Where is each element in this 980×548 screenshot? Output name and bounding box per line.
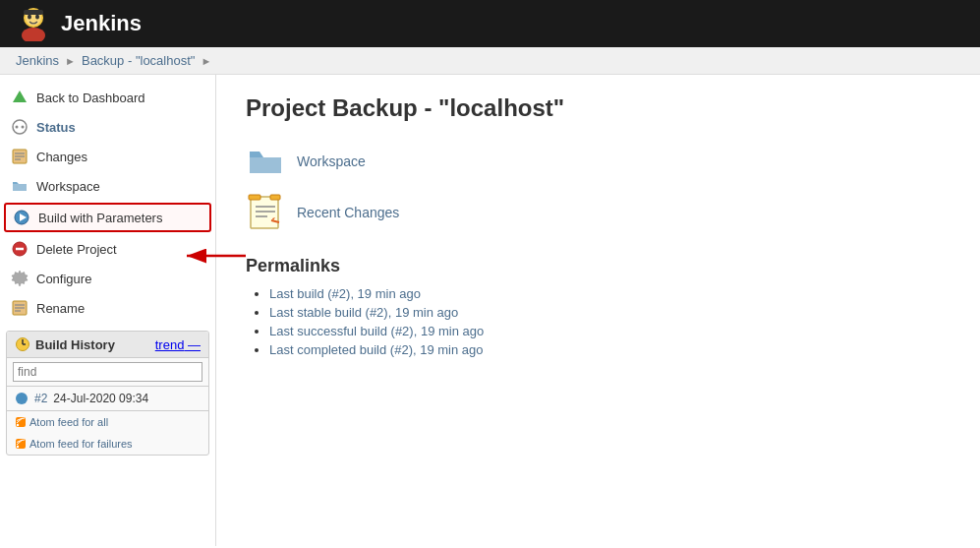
sidebar-item-delete-label: Delete Project	[36, 242, 117, 257]
svg-rect-5	[24, 10, 43, 15]
jenkins-title: Jenkins	[61, 11, 142, 36]
sidebar-item-rename-label: Rename	[36, 301, 85, 316]
sidebar-item-build-with-parameters[interactable]: Build with Parameters	[4, 203, 211, 232]
sidebar-item-status[interactable]: Status	[0, 112, 215, 142]
header: Jenkins	[0, 0, 980, 47]
atom-feed-all-link[interactable]: Atom feed for all	[15, 416, 108, 428]
build-history-label: Build History	[35, 337, 115, 352]
permalinks-section: Permalinks Last build (#2), 19 min ago L…	[246, 256, 951, 357]
breadcrumb: Jenkins ► Backup - "localhost" ►	[0, 47, 980, 75]
sidebar-item-configure-label: Configure	[36, 272, 91, 286]
permalinks-list: Last build (#2), 19 min ago Last stable …	[246, 286, 951, 357]
build-history-trend[interactable]: trend —	[155, 337, 201, 352]
svg-rect-40	[270, 195, 280, 200]
list-item: Last stable build (#2), 19 min ago	[269, 305, 951, 320]
build-status-icon	[15, 392, 29, 405]
sidebar-item-rename[interactable]: Rename	[0, 293, 215, 323]
list-item: Last build (#2), 19 min ago	[269, 286, 951, 301]
atom-icon-all	[15, 416, 27, 428]
breadcrumb-arrow-1: ►	[65, 55, 76, 67]
build-history-search	[7, 358, 208, 387]
sidebar: Back to Dashboard Status Changes Workspa…	[0, 75, 216, 546]
svg-point-8	[16, 126, 19, 129]
build-history-header: Build History trend —	[7, 332, 208, 358]
build-history-item: #2 24-Jul-2020 09:34	[7, 387, 208, 410]
list-item: Last completed build (#2), 19 min ago	[269, 342, 951, 357]
svg-marker-6	[13, 91, 27, 102]
last-completed-build-link[interactable]: Last completed build (#2), 19 min ago	[269, 342, 484, 357]
svg-rect-39	[249, 195, 260, 200]
status-icon	[10, 117, 29, 137]
main-content: Project Backup - "localhost" Workspace	[216, 75, 980, 546]
breadcrumb-jenkins[interactable]: Jenkins	[16, 53, 59, 68]
build-history-title: Build History	[15, 336, 115, 352]
sidebar-item-back-to-dashboard[interactable]: Back to Dashboard	[0, 83, 215, 112]
svg-point-4	[35, 15, 39, 20]
content-items: Workspace Recent Changes	[246, 142, 951, 232]
jenkins-logo: Jenkins	[16, 6, 142, 41]
svg-point-29	[17, 424, 19, 426]
rename-icon	[10, 298, 29, 318]
build-search-input[interactable]	[13, 362, 202, 382]
sidebar-item-delete-project[interactable]: Delete Project	[0, 234, 215, 264]
recent-changes-link[interactable]: Recent Changes	[297, 205, 399, 220]
clock-icon	[15, 336, 30, 352]
butler-icon	[16, 6, 51, 41]
sidebar-item-status-label: Status	[36, 120, 76, 135]
workspace-link[interactable]: Workspace	[297, 153, 366, 169]
sidebar-item-back-label: Back to Dashboard	[36, 91, 145, 105]
svg-point-7	[13, 120, 27, 134]
sidebar-item-changes[interactable]: Changes	[0, 142, 215, 171]
breadcrumb-arrow-2: ►	[201, 55, 211, 67]
svg-rect-35	[251, 197, 278, 228]
svg-rect-14	[13, 184, 27, 191]
last-build-link[interactable]: Last build (#2), 19 min ago	[269, 286, 421, 301]
sidebar-item-build-label: Build with Parameters	[38, 211, 162, 225]
svg-point-3	[28, 15, 31, 20]
trend-link[interactable]: trend —	[155, 337, 201, 352]
list-item: Last successful build (#2), 19 min ago	[269, 324, 951, 338]
svg-rect-34	[250, 157, 281, 173]
build-date: 24-Jul-2020 09:34	[53, 392, 148, 405]
workspace-item: Workspace	[246, 142, 951, 181]
page-title: Project Backup - "localhost"	[246, 94, 951, 122]
sidebar-item-workspace[interactable]: Workspace	[0, 171, 215, 201]
sidebar-item-configure[interactable]: Configure	[0, 264, 215, 293]
sidebar-item-workspace-label: Workspace	[36, 179, 100, 194]
delete-icon	[10, 239, 29, 259]
changes-icon	[10, 147, 29, 166]
arrow-up-icon	[10, 88, 29, 107]
build-history-footer: Atom feed for all Atom feed for failures	[7, 410, 208, 455]
atom-feed-failures-link[interactable]: Atom feed for failures	[15, 438, 133, 450]
atom-icon-failures	[15, 438, 27, 450]
notepad-icon	[246, 193, 285, 232]
permalinks-heading: Permalinks	[246, 256, 951, 276]
breadcrumb-backup[interactable]: Backup - "localhost"	[82, 53, 195, 68]
last-successful-build-link[interactable]: Last successful build (#2), 19 min ago	[269, 324, 484, 338]
svg-point-27	[16, 393, 28, 404]
svg-point-9	[22, 126, 25, 129]
last-stable-build-link[interactable]: Last stable build (#2), 19 min ago	[269, 305, 458, 320]
build-icon	[12, 208, 31, 227]
svg-point-31	[17, 446, 19, 448]
gear-icon	[10, 269, 29, 288]
build-number-link[interactable]: #2	[34, 392, 47, 405]
layout: Back to Dashboard Status Changes Workspa…	[0, 75, 980, 546]
folder-icon	[10, 176, 29, 196]
build-history: Build History trend — #2 24-Jul-2020 09:…	[6, 331, 209, 456]
recent-changes-item: Recent Changes	[246, 193, 951, 232]
sidebar-item-changes-label: Changes	[36, 150, 87, 164]
svg-point-1	[22, 28, 45, 41]
workspace-folder-icon	[246, 142, 285, 181]
